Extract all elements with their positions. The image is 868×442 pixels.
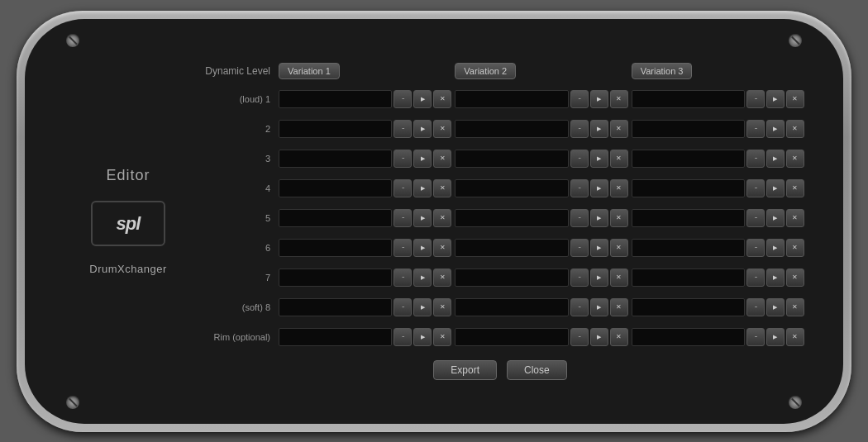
file-input-v3-r8[interactable] bbox=[632, 298, 745, 316]
close-btn-v2-r8[interactable] bbox=[610, 298, 628, 316]
variation2-button[interactable]: Variation 2 bbox=[455, 63, 516, 79]
close-btn-v1-r1[interactable] bbox=[433, 90, 451, 108]
close-btn-v3-r2[interactable] bbox=[786, 120, 804, 138]
file-input-v1-r8[interactable] bbox=[279, 298, 392, 316]
play-btn-v2-r7[interactable] bbox=[590, 269, 608, 287]
close-btn-v2-r3[interactable] bbox=[610, 150, 628, 168]
close-btn-v3-r5[interactable] bbox=[786, 209, 804, 227]
file-input-v2-rim[interactable] bbox=[455, 328, 568, 346]
play-btn-v3-r4[interactable] bbox=[766, 179, 785, 197]
close-btn-v3-r3[interactable] bbox=[786, 150, 804, 168]
file-input-v1-rim[interactable] bbox=[279, 328, 392, 346]
file-input-v1-r2[interactable] bbox=[279, 120, 392, 138]
play-btn-v1-r3[interactable] bbox=[413, 150, 432, 168]
file-input-v3-r5[interactable] bbox=[632, 209, 745, 227]
dots-btn-v2-r8[interactable] bbox=[570, 298, 589, 316]
file-input-v1-r7[interactable] bbox=[279, 269, 392, 287]
file-input-v2-r8[interactable] bbox=[455, 298, 568, 316]
play-btn-v2-r5[interactable] bbox=[590, 209, 608, 227]
close-btn-v1-r4[interactable] bbox=[433, 179, 451, 197]
close-btn-v3-r1[interactable] bbox=[786, 90, 804, 108]
file-input-v2-r7[interactable] bbox=[455, 269, 568, 287]
close-btn-v2-r4[interactable] bbox=[610, 179, 628, 197]
dots-btn-v1-r6[interactable] bbox=[393, 239, 412, 257]
play-btn-v2-r4[interactable] bbox=[590, 179, 608, 197]
variation3-button[interactable]: Variation 3 bbox=[632, 63, 693, 79]
file-input-v2-r4[interactable] bbox=[455, 179, 568, 197]
play-btn-v2-r8[interactable] bbox=[590, 298, 608, 316]
file-input-v3-r1[interactable] bbox=[632, 90, 745, 108]
file-input-v2-r5[interactable] bbox=[455, 209, 568, 227]
dots-btn-v2-r5[interactable] bbox=[570, 209, 589, 227]
dots-btn-v3-r2[interactable] bbox=[746, 120, 765, 138]
file-input-v2-r1[interactable] bbox=[455, 90, 568, 108]
file-input-v1-r5[interactable] bbox=[279, 209, 392, 227]
dots-btn-v3-r4[interactable] bbox=[746, 179, 765, 197]
dots-btn-v2-r1[interactable] bbox=[570, 90, 589, 108]
file-input-v1-r6[interactable] bbox=[279, 239, 392, 257]
variation1-button[interactable]: Variation 1 bbox=[279, 63, 340, 79]
play-btn-v3-r7[interactable] bbox=[766, 269, 785, 287]
file-input-v3-r3[interactable] bbox=[632, 150, 745, 168]
file-input-v3-r7[interactable] bbox=[632, 269, 745, 287]
file-input-v1-r3[interactable] bbox=[279, 150, 392, 168]
dots-btn-v1-rim[interactable] bbox=[393, 328, 412, 346]
file-input-v3-r2[interactable] bbox=[632, 120, 745, 138]
close-btn-v1-rim[interactable] bbox=[433, 328, 451, 346]
play-btn-v1-r6[interactable] bbox=[413, 239, 432, 257]
dots-btn-v3-r8[interactable] bbox=[746, 298, 765, 316]
dots-btn-v3-rim[interactable] bbox=[746, 328, 765, 346]
close-btn-v1-r8[interactable] bbox=[433, 298, 451, 316]
play-btn-v2-r6[interactable] bbox=[590, 239, 608, 257]
export-button[interactable]: Export bbox=[433, 360, 497, 380]
dots-btn-v3-r7[interactable] bbox=[746, 269, 765, 287]
dots-btn-v2-r6[interactable] bbox=[570, 239, 589, 257]
play-btn-v2-r1[interactable] bbox=[590, 90, 608, 108]
dots-btn-v1-r7[interactable] bbox=[393, 269, 412, 287]
close-btn-v2-rim[interactable] bbox=[610, 328, 628, 346]
play-btn-v2-r2[interactable] bbox=[590, 120, 608, 138]
dots-btn-v1-r1[interactable] bbox=[393, 90, 412, 108]
close-btn-v3-r7[interactable] bbox=[786, 269, 804, 287]
play-btn-v1-r1[interactable] bbox=[413, 90, 432, 108]
play-btn-v3-r6[interactable] bbox=[766, 239, 785, 257]
play-btn-v1-r5[interactable] bbox=[413, 209, 432, 227]
play-btn-v3-rim[interactable] bbox=[766, 328, 785, 346]
play-btn-v1-r4[interactable] bbox=[413, 179, 432, 197]
close-button[interactable]: Close bbox=[507, 360, 567, 380]
close-btn-v1-r7[interactable] bbox=[433, 269, 451, 287]
dots-btn-v1-r2[interactable] bbox=[393, 120, 412, 138]
dots-btn-v2-r3[interactable] bbox=[570, 150, 589, 168]
file-input-v3-r4[interactable] bbox=[632, 179, 745, 197]
play-btn-v3-r2[interactable] bbox=[766, 120, 785, 138]
close-btn-v3-r4[interactable] bbox=[786, 179, 804, 197]
dots-btn-v3-r6[interactable] bbox=[746, 239, 765, 257]
file-input-v3-rim[interactable] bbox=[632, 328, 745, 346]
play-btn-v1-rim[interactable] bbox=[413, 328, 432, 346]
play-btn-v3-r8[interactable] bbox=[766, 298, 785, 316]
dots-btn-v1-r8[interactable] bbox=[393, 298, 412, 316]
play-btn-v1-r8[interactable] bbox=[413, 298, 432, 316]
play-btn-v2-rim[interactable] bbox=[590, 328, 608, 346]
close-btn-v1-r5[interactable] bbox=[433, 209, 451, 227]
play-btn-v1-r7[interactable] bbox=[413, 269, 432, 287]
file-input-v1-r4[interactable] bbox=[279, 179, 392, 197]
file-input-v3-r6[interactable] bbox=[632, 239, 745, 257]
dots-btn-v2-r4[interactable] bbox=[570, 179, 589, 197]
close-btn-v2-r2[interactable] bbox=[610, 120, 628, 138]
dots-btn-v1-r3[interactable] bbox=[393, 150, 412, 168]
close-btn-v3-r8[interactable] bbox=[786, 298, 804, 316]
close-btn-v3-r6[interactable] bbox=[786, 239, 804, 257]
dots-btn-v1-r4[interactable] bbox=[393, 179, 412, 197]
close-btn-v1-r6[interactable] bbox=[433, 239, 451, 257]
dots-btn-v3-r1[interactable] bbox=[746, 90, 765, 108]
close-btn-v2-r1[interactable] bbox=[610, 90, 628, 108]
dots-btn-v3-r3[interactable] bbox=[746, 150, 765, 168]
play-btn-v3-r1[interactable] bbox=[766, 90, 785, 108]
file-input-v2-r2[interactable] bbox=[455, 120, 568, 138]
play-btn-v3-r5[interactable] bbox=[766, 209, 785, 227]
close-btn-v2-r7[interactable] bbox=[610, 269, 628, 287]
file-input-v2-r6[interactable] bbox=[455, 239, 568, 257]
close-btn-v3-rim[interactable] bbox=[786, 328, 804, 346]
dots-btn-v3-r5[interactable] bbox=[746, 209, 765, 227]
